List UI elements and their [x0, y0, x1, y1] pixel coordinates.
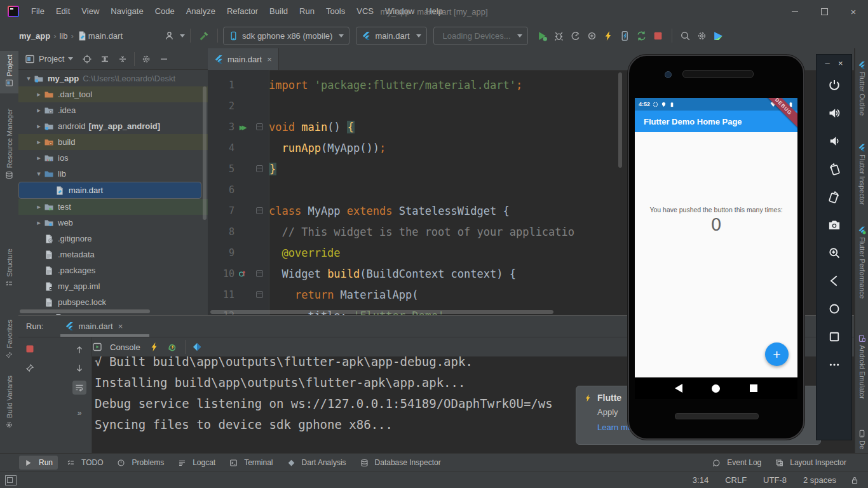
status-caret-position[interactable]: 3:14 [693, 475, 709, 485]
breadcrumb-file[interactable]: main.dart [88, 31, 123, 41]
search-everywhere-button[interactable] [677, 27, 694, 44]
tool-strip-project[interactable]: Project [0, 51, 18, 93]
lock-icon[interactable] [836, 476, 859, 485]
toolwindow-problems[interactable]: Problems [112, 456, 169, 470]
rerun-button[interactable] [634, 27, 650, 44]
tree-chevron-icon[interactable]: ▸ [34, 138, 44, 146]
volume-up-button[interactable] [828, 99, 841, 127]
rotate-left-button[interactable] [828, 155, 841, 183]
volume-down-button[interactable] [828, 127, 841, 155]
close-tab-icon[interactable]: × [267, 55, 272, 64]
tree-chevron-icon[interactable]: ▾ [34, 170, 44, 178]
menu-window[interactable]: Window [379, 0, 420, 23]
rotate-right-button[interactable] [828, 183, 841, 211]
tool-strip-android-emulator[interactable]: Android Emulator [855, 329, 868, 402]
status-line-ending[interactable]: CRLF [725, 475, 747, 485]
next-occurrence-button[interactable] [74, 363, 85, 373]
menu-file[interactable]: File [25, 0, 50, 23]
tree-chevron-icon[interactable]: ▸ [34, 122, 44, 130]
devtools-button[interactable] [710, 27, 727, 44]
nav-home-button[interactable] [712, 384, 720, 393]
tree-row-my_app[interactable]: ▾my_appC:\Users\Leonardo\Deskt [18, 71, 208, 86]
tool-strip-flutter-inspector[interactable]: Flutter Inspector [855, 139, 868, 207]
run-config-selector[interactable]: main.dart [356, 27, 426, 45]
run-main-gutter-icon[interactable]: ▸▸ [240, 122, 245, 132]
hot-restart-button[interactable] [617, 27, 634, 44]
tool-strip-flutter-outline[interactable]: Flutter Outline [855, 56, 868, 118]
emulator-screen[interactable]: 4:52 Flutter Demo Home Page DEBUG You ha… [635, 98, 797, 399]
toolwindow-terminal[interactable]: Terminal [224, 456, 278, 470]
attach-debugger-button[interactable] [584, 27, 600, 44]
tree-row-my_app.iml[interactable]: my_app.iml [18, 278, 208, 294]
close-button[interactable]: × [839, 0, 868, 23]
vcs-user-icon[interactable] [161, 27, 177, 44]
toolwindow-dart-analysis[interactable]: Dart Analysis [282, 456, 351, 470]
breadcrumb-project[interactable]: my_app [19, 31, 50, 41]
hot-reload-button[interactable] [600, 27, 617, 44]
tool-strip-de[interactable]: De [855, 424, 868, 452]
toolwindow-run[interactable]: Run [19, 456, 58, 470]
tool-strip-resource-manager[interactable]: Resource Manager [0, 105, 18, 186]
tree-chevron-icon[interactable]: ▸ [34, 106, 44, 114]
menu-help[interactable]: Help [420, 0, 449, 23]
collapse-all-button[interactable] [118, 54, 128, 64]
more-actions-button[interactable]: » [78, 409, 82, 417]
horizontal-scrollbar[interactable] [20, 309, 150, 313]
menu-tools[interactable]: Tools [320, 0, 351, 23]
menu-edit[interactable]: Edit [50, 0, 76, 23]
fold-marker-icon[interactable] [256, 207, 263, 214]
emulator-close-button[interactable]: × [838, 58, 843, 68]
nav-recents-button[interactable] [750, 384, 757, 392]
back-button[interactable] [828, 267, 841, 295]
tree-row-build[interactable]: ▸build [18, 134, 208, 150]
toolwindow-event-log[interactable]: Event Log [707, 456, 766, 470]
device-selector[interactable]: sdk gphone x86 (mobile) [223, 27, 349, 45]
hot-reload-button[interactable] [149, 342, 159, 352]
fold-marker-icon[interactable] [256, 123, 263, 130]
status-encoding[interactable]: UTF-8 [763, 475, 787, 485]
menu-build[interactable]: Build [264, 0, 294, 23]
tree-chevron-icon[interactable]: ▸ [34, 90, 44, 98]
minimize-button[interactable] [780, 0, 810, 23]
menu-run[interactable]: Run [294, 0, 320, 23]
menu-vcs[interactable]: VCS [351, 0, 379, 23]
tree-row-lib[interactable]: ▾lib [18, 166, 208, 182]
tree-chevron-icon[interactable]: ▸ [34, 154, 44, 162]
editor-tab-main-dart[interactable]: main.dart × [208, 48, 279, 70]
build-button[interactable] [196, 27, 212, 44]
increment-fab[interactable]: + [765, 342, 789, 366]
status-indent-size[interactable]: 2 spaces [803, 475, 836, 485]
fold-marker-icon[interactable] [256, 270, 263, 277]
menu-refactor[interactable]: Refactor [221, 0, 264, 23]
zoom-button[interactable] [828, 239, 841, 267]
debug-button[interactable] [551, 27, 567, 44]
vertical-scrollbar[interactable] [203, 86, 207, 220]
tree-row-web[interactable]: ▸web [18, 215, 208, 231]
hide-panel-button[interactable] [159, 54, 169, 64]
toolwindow-layout-inspector[interactable]: Layout Inspector [770, 456, 851, 470]
hot-restart-button[interactable] [167, 342, 177, 352]
tree-row-ios[interactable]: ▸ios [18, 150, 208, 166]
console-tab-label[interactable]: Console [110, 342, 140, 352]
screenshot-button[interactable] [828, 211, 841, 239]
pin-tab-button[interactable] [25, 363, 35, 373]
menu-code[interactable]: Code [149, 0, 180, 23]
fold-marker-icon[interactable] [256, 165, 263, 172]
fold-marker-icon[interactable] [256, 291, 263, 298]
stop-button[interactable] [650, 27, 667, 44]
stop-button[interactable] [25, 344, 35, 354]
tool-strip-build-variants[interactable]: Build Variants [0, 372, 18, 435]
tree-chevron-icon[interactable]: ▾ [24, 74, 34, 83]
expand-all-button[interactable] [100, 54, 110, 64]
tree-row-pubspec.lock[interactable]: pubspec.lock [18, 294, 208, 310]
overview-button[interactable] [828, 323, 841, 351]
settings-button[interactable] [694, 27, 710, 44]
maximize-button[interactable] [810, 0, 839, 23]
power-button[interactable] [828, 71, 841, 99]
toolwindow-database-inspector[interactable]: Database Inspector [355, 456, 446, 470]
panel-settings-button[interactable] [141, 54, 151, 64]
run-button[interactable] [534, 27, 551, 44]
breadcrumb-dir[interactable]: lib [59, 31, 67, 41]
select-opened-file-button[interactable] [82, 54, 92, 64]
tool-strip-flutter-performance[interactable]: Flutter Performance [855, 221, 868, 301]
